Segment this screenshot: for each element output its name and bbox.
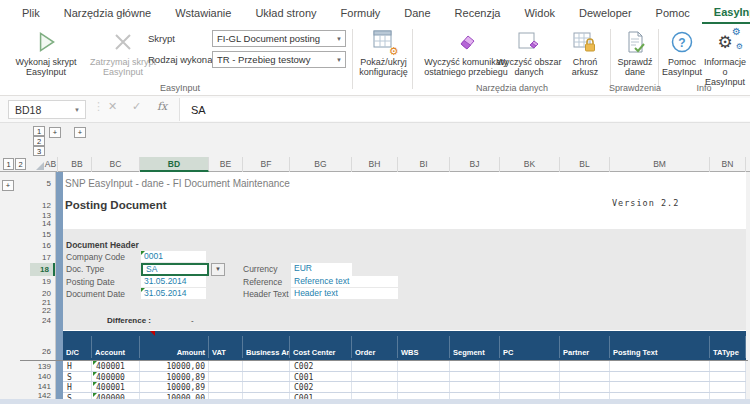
tab-dane[interactable]: Dane <box>392 2 442 23</box>
column-header-BF[interactable]: BF <box>243 157 290 172</box>
table-cell[interactable]: 10000,00 <box>140 361 209 371</box>
table-cell[interactable] <box>560 361 610 371</box>
tab-narz-dzia-g-wne[interactable]: Narzędzia główne <box>52 2 163 23</box>
run-script-button[interactable]: Wykonaj skrypt EasyInput <box>6 27 86 77</box>
field-input-doc-type[interactable]: SA <box>141 263 209 276</box>
column-header-BG[interactable]: BG <box>290 157 352 172</box>
table-cell[interactable] <box>710 361 746 371</box>
tab-recenzja[interactable]: Recenzja <box>443 2 513 23</box>
table-cell[interactable] <box>243 361 290 371</box>
table-cell[interactable] <box>209 382 243 392</box>
select-all-corner[interactable] <box>36 162 44 170</box>
row-header-24[interactable]: 24 <box>42 316 51 326</box>
name-box[interactable]: BD18 ▼ <box>8 100 86 119</box>
row-header-142[interactable]: 142 <box>38 392 51 399</box>
field-input-header-text[interactable]: Header text <box>291 288 398 299</box>
table-cell[interactable]: S <box>63 372 92 381</box>
table-cell[interactable] <box>352 372 398 381</box>
row-header-139[interactable]: 139 <box>38 362 51 372</box>
expand-columns-button[interactable]: + <box>49 127 61 138</box>
table-cell[interactable] <box>450 361 500 371</box>
cell-dropdown-button[interactable]: ▼ <box>211 263 225 276</box>
outline-corner-level[interactable]: 2 <box>15 158 26 170</box>
expand-columns-button[interactable]: + <box>74 127 86 138</box>
table-cell[interactable] <box>610 361 710 371</box>
table-cell[interactable] <box>398 372 450 381</box>
table-cell[interactable] <box>352 361 398 371</box>
table-cell[interactable]: C002 <box>290 361 352 371</box>
clear-data-area-button[interactable]: Wyczyść obszar danych <box>496 27 562 77</box>
column-header-BE[interactable]: BE <box>209 157 243 172</box>
tab-uk-ad-strony[interactable]: Układ strony <box>243 2 328 23</box>
table-cell[interactable] <box>610 382 710 392</box>
column-header-BL[interactable]: BL <box>560 157 610 172</box>
field-input-posting-date[interactable]: 31.05.2014 <box>141 276 206 287</box>
row-header-22[interactable]: 22 <box>42 307 51 315</box>
field-input-reference[interactable]: Reference text <box>291 276 398 287</box>
column-header-BN[interactable]: BN <box>710 157 746 172</box>
row-header-26[interactable]: 26 <box>42 346 51 358</box>
outline-corner-level[interactable]: 1 <box>3 158 14 170</box>
row-header-16[interactable]: 16 <box>42 240 51 251</box>
column-header-BD[interactable]: BD <box>140 157 209 172</box>
outline-level-button[interactable]: 2 <box>33 136 45 146</box>
table-cell[interactable] <box>352 382 398 392</box>
table-cell[interactable] <box>710 372 746 381</box>
tab-formu-y[interactable]: Formuły <box>329 2 393 23</box>
table-cell[interactable] <box>560 372 610 381</box>
table-cell[interactable] <box>500 382 560 392</box>
tab-plik[interactable]: Plik <box>10 2 52 23</box>
row-header-15[interactable]: 15 <box>42 230 51 240</box>
protect-sheet-button[interactable]: Chroń arkusz <box>562 27 608 77</box>
column-header-AB[interactable]: AB <box>44 157 58 172</box>
outline-level-button[interactable]: 1 <box>33 126 45 136</box>
expand-rows-button[interactable]: + <box>2 180 14 191</box>
check-data-button[interactable]: Sprawdź dane <box>613 27 657 77</box>
row-header-14[interactable]: 14 <box>42 220 51 228</box>
tab-easyinput[interactable]: EasyInput <box>702 1 750 24</box>
table-cell[interactable] <box>209 372 243 381</box>
column-ab-strip[interactable] <box>56 172 63 399</box>
column-header-BJ[interactable]: BJ <box>450 157 500 172</box>
table-cell[interactable]: 10000,89 <box>140 372 209 381</box>
table-cell[interactable]: C002 <box>290 382 352 392</box>
column-header-BC[interactable]: BC <box>92 157 140 172</box>
table-cell[interactable]: 400001 <box>92 382 140 392</box>
row-header-12[interactable]: 12 <box>42 200 51 211</box>
table-cell[interactable]: H <box>63 382 92 392</box>
column-header-BM[interactable]: BM <box>610 157 710 172</box>
column-header-BB[interactable]: BB <box>63 157 92 172</box>
table-cell[interactable] <box>450 382 500 392</box>
row-header-19[interactable]: 19 <box>42 276 51 287</box>
cancel-icon[interactable]: ✕ <box>108 100 117 113</box>
table-cell[interactable] <box>243 382 290 392</box>
table-cell[interactable]: C001 <box>290 372 352 381</box>
outline-level-button[interactable]: 3 <box>33 146 45 156</box>
table-cell[interactable] <box>710 382 746 392</box>
fx-icon[interactable]: fx <box>157 100 167 113</box>
column-header-BH[interactable]: BH <box>352 157 398 172</box>
table-cell[interactable] <box>398 361 450 371</box>
table-cell[interactable]: 400001 <box>92 361 140 371</box>
enter-icon[interactable]: ✓ <box>132 100 141 113</box>
formula-input[interactable]: SA <box>179 98 750 121</box>
field-input-company-code[interactable]: 0001 <box>141 251 206 262</box>
tab-wstawianie[interactable]: Wstawianie <box>163 2 243 23</box>
row-header-17[interactable]: 17 <box>42 252 51 263</box>
table-cell[interactable] <box>450 372 500 381</box>
table-cell[interactable] <box>500 361 560 371</box>
field-input-document-date[interactable]: 31.05.2014 <box>141 288 206 299</box>
tab-widok[interactable]: Widok <box>512 2 567 23</box>
table-cell[interactable]: H <box>63 361 92 371</box>
help-button[interactable]: ? Pomoc EasyInput <box>660 27 704 77</box>
table-cell[interactable] <box>398 382 450 392</box>
table-cell[interactable] <box>560 382 610 392</box>
table-cell[interactable] <box>610 372 710 381</box>
row-header-5[interactable]: 5 <box>47 178 51 190</box>
table-cell[interactable]: 400000 <box>92 372 140 381</box>
row-header-140[interactable]: 140 <box>38 372 51 382</box>
table-cell[interactable] <box>500 372 560 381</box>
tab-pomoc[interactable]: Pomoc <box>644 2 702 23</box>
table-cell[interactable]: 10000,89 <box>140 382 209 392</box>
column-header-BI[interactable]: BI <box>398 157 450 172</box>
